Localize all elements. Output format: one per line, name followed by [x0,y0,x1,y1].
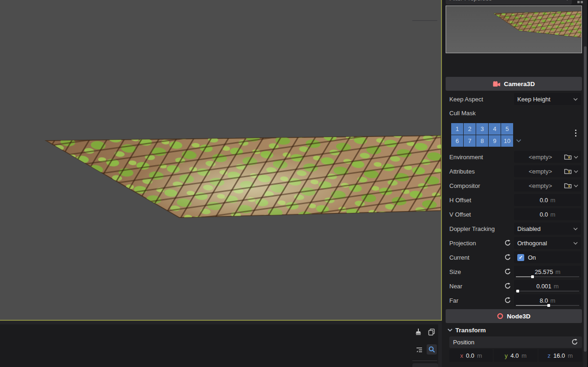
chevron-down-icon[interactable] [574,184,578,187]
resource-value: <empty> [517,168,564,175]
property-row-cull-mask: Cull Mask [446,106,582,120]
v-offset-field[interactable]: 0.0 m [514,208,581,220]
collapse-tree-button[interactable] [414,345,424,355]
cull-mask-layer-2[interactable]: 2 [464,123,476,135]
attributes-resource-picker[interactable]: <empty> [514,165,581,177]
position-z-field[interactable]: z 16.0 m [539,349,582,362]
category-camera3d[interactable]: Camera3D [446,77,582,91]
property-label: Attributes [449,168,514,175]
camera3d-icon [493,81,501,87]
doppler-tracking-dropdown[interactable]: Disabled [514,223,581,235]
revert-button[interactable] [503,282,511,290]
revert-button[interactable] [503,239,511,247]
unit-suffix: m [551,297,556,304]
viewport-3d[interactable] [0,0,442,321]
cull-mask-layer-3[interactable]: 3 [476,123,488,135]
cull-mask-layer-7[interactable]: 7 [464,135,476,147]
axis-label-z: z [547,352,551,359]
checkbox-label: On [528,254,536,261]
chevron-down-icon[interactable] [574,170,578,173]
chevron-down-icon[interactable] [574,156,578,159]
property-row-far: Far 8.0 m [446,293,582,307]
current-toggle-field: ✓ On [514,251,581,263]
h-offset-field[interactable]: 0.0 m [514,194,581,206]
cull-mask-layer-4[interactable]: 4 [489,123,501,135]
cull-mask-layer-8[interactable]: 8 [476,135,488,147]
quick-load-folder-icon[interactable] [564,154,572,160]
size-field[interactable]: 25.575 m [514,266,581,278]
category-title: Node3D [507,313,530,320]
quick-load-folder-icon[interactable] [564,182,572,189]
position-revert-button[interactable] [570,338,578,346]
property-row-size: Size 25.575 m [446,265,582,279]
resource-value: <empty> [517,154,564,161]
near-field[interactable]: 0.001 m [514,280,581,292]
cull-mask-grid: 1 2 3 4 5 6 7 8 9 10 [451,123,513,147]
cull-mask-layer-1[interactable]: 1 [451,123,463,135]
property-row-near: Near 0.001 m [446,279,582,293]
inspector-scrollbar[interactable] [583,0,587,367]
unit-suffix: m [521,352,527,359]
unit-suffix: m [551,197,556,204]
output-log-area[interactable] [0,324,438,367]
keep-aspect-dropdown[interactable]: Keep Height [514,93,581,105]
position-y-field[interactable]: y 4.0 m [494,349,537,362]
scrollbar-thumb[interactable] [584,46,587,352]
position-xyz-row: x 0.0 m y 4.0 m z 16.0 m [449,349,582,362]
size-slider[interactable] [516,276,579,277]
property-label: Keep Aspect [449,96,514,103]
field-value: 0.0 [540,197,548,204]
property-row-doppler-tracking: Doppler Tracking Disabled [446,222,582,236]
revert-button[interactable] [503,254,511,261]
godot-editor-window: Filter Properties [0,0,588,367]
projection-dropdown[interactable]: Orthogonal [514,237,581,249]
cull-mask-layer-6[interactable]: 6 [451,135,463,147]
field-value: 0.0 [466,352,474,359]
property-label: H Offset [449,197,514,204]
resource-value: <empty> [517,182,564,189]
revert-button[interactable] [503,297,511,305]
far-slider[interactable] [516,305,579,306]
cull-mask-layer-5[interactable]: 5 [501,123,513,135]
section-title: Transform [455,327,486,334]
quick-load-folder-icon[interactable] [564,168,572,174]
section-transform[interactable]: Transform [446,324,582,336]
filter-properties-input[interactable]: Filter Properties [446,0,572,5]
far-field[interactable]: 8.0 m [514,294,581,306]
far-slider-handle[interactable] [547,304,550,307]
chevron-expanded-icon [447,328,453,332]
near-slider[interactable] [516,291,579,292]
position-x-field[interactable]: x 0.0 m [449,349,493,362]
property-label: Cull Mask [449,110,582,117]
property-label: Doppler Tracking [449,225,514,232]
cull-mask-layer-9[interactable]: 9 [489,135,501,147]
near-slider-handle[interactable] [516,290,519,292]
field-value: 8.0 [540,297,548,304]
unit-suffix: m [477,352,482,359]
current-checkbox[interactable]: ✓ [517,254,524,261]
broom-icon [415,328,422,336]
environment-resource-picker[interactable]: <empty> [514,151,581,163]
size-slider-handle[interactable] [531,275,534,278]
search-icon [563,0,568,1]
clear-output-button[interactable] [413,327,423,337]
category-node3d[interactable]: Node3D [446,309,582,323]
inspector-panel: Filter Properties [442,0,588,367]
cull-mask-menu-icon[interactable] [575,130,576,137]
cull-mask-expand-icon[interactable] [516,139,521,143]
field-value: 25.575 [535,268,553,275]
property-label: Size [449,268,503,275]
bottom-toolbar-button[interactable] [412,363,438,367]
cull-mask-layer-10[interactable]: 10 [501,135,513,147]
property-row-v-offset: V Offset 0.0 m [446,207,582,221]
revert-button[interactable] [503,268,511,276]
panel-menu-icon[interactable] [577,0,583,4]
search-output-button[interactable] [427,344,437,355]
property-label: Environment [449,154,514,161]
copy-output-button[interactable] [426,327,436,337]
camera-preview [446,6,582,53]
toolbar-divider [412,361,437,361]
search-icon [428,346,435,353]
property-label: V Offset [449,211,514,218]
compositor-resource-picker[interactable]: <empty> [514,180,581,192]
